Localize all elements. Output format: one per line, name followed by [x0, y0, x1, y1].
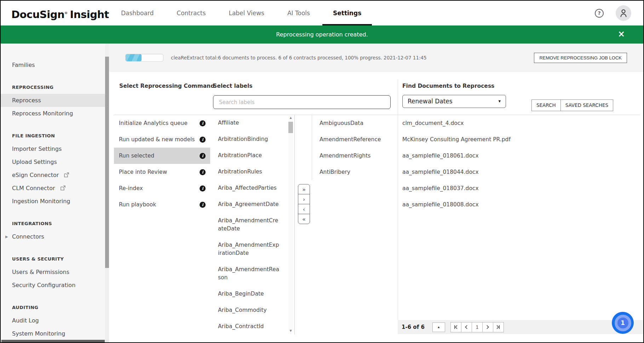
- label-item[interactable]: Ariba_AmendmentCreateDate: [213, 213, 294, 237]
- label-item[interactable]: ArbitrationBinding: [213, 131, 294, 148]
- label-item[interactable]: ArbitrationPlace: [213, 148, 294, 164]
- saved-searches-button[interactable]: SAVED SEARCHES: [560, 100, 613, 111]
- sidebar-item-importer-settings[interactable]: Importer Settings: [1, 142, 109, 155]
- sidebar-item-system-monitoring[interactable]: System Monitoring: [1, 327, 109, 340]
- info-icon[interactable]: i: [200, 185, 206, 191]
- avatar[interactable]: [616, 5, 631, 21]
- selected-label-item[interactable]: AmendmentRights: [312, 148, 398, 164]
- command-item-run-selected[interactable]: Run selected i: [114, 148, 210, 164]
- documents-panel-title: Find Documents to Reprocess: [402, 83, 494, 89]
- expand-caret-icon[interactable]: ▶: [5, 230, 8, 243]
- logo-product: Insight: [70, 8, 109, 21]
- labels-list-scrollbar-thumb[interactable]: [288, 122, 293, 133]
- info-icon[interactable]: i: [200, 153, 206, 159]
- tab-contracts[interactable]: Contracts: [166, 1, 216, 25]
- label-item[interactable]: Ariba_AgreementDate: [213, 196, 294, 213]
- tab-settings[interactable]: Settings: [322, 1, 372, 25]
- sidebar-item-ingestion-monitoring[interactable]: Ingestion Monitoring: [1, 195, 109, 208]
- search-labels-input[interactable]: [213, 95, 391, 109]
- current-page-indicator[interactable]: 1: [472, 322, 483, 332]
- job-progress-fill: [126, 54, 142, 61]
- move-right-button[interactable]: ›: [298, 194, 310, 204]
- available-labels-list: Affiliate ArbitrationBinding Arbitration…: [213, 115, 295, 335]
- document-item[interactable]: aa_samplefile_018061.docx: [398, 148, 596, 164]
- sidebar-item-label: CLM Connector: [12, 185, 55, 191]
- sidebar-item-security-configuration[interactable]: Security Configuration: [1, 279, 109, 292]
- search-button[interactable]: SEARCH: [532, 100, 560, 111]
- command-label: Re-index: [119, 185, 143, 191]
- banner-message: Reprocessing operation created.: [1, 25, 643, 44]
- document-item[interactable]: aa_samplefile_018044.docx: [398, 164, 596, 180]
- document-item[interactable]: aa_samplefile_018008.docx: [398, 196, 596, 213]
- label-item[interactable]: Affiliate: [213, 115, 294, 131]
- command-item-place-into-review[interactable]: Place into Review i: [114, 164, 210, 180]
- label-item[interactable]: Ariba_AffectedParties: [213, 180, 294, 196]
- label-item[interactable]: ArbitrationRules: [213, 164, 294, 180]
- tab-dashboard[interactable]: Dashboard: [110, 1, 164, 25]
- last-page-button[interactable]: [493, 322, 504, 332]
- saved-search-value: Renewal Dates: [408, 98, 453, 105]
- document-item[interactable]: McKinsey Consulting Agreement PR.pdf: [398, 131, 596, 148]
- info-icon[interactable]: i: [200, 137, 206, 143]
- selected-label-item[interactable]: AmendmentReference: [312, 131, 398, 148]
- label-item[interactable]: Ariba_AmendmentReason: [213, 262, 294, 286]
- selected-label-item[interactable]: AmbiguousData: [312, 115, 398, 131]
- sidebar-horizontal-scrollbar-thumb[interactable]: [1, 340, 105, 343]
- command-label: Run playbook: [119, 201, 156, 208]
- label-item[interactable]: Ariba_Commodity: [213, 302, 294, 319]
- info-icon[interactable]: i: [200, 120, 206, 126]
- job-status-text: cleaReExtract total:6 documents to proce…: [171, 44, 427, 72]
- scroll-up-icon[interactable]: ▲: [288, 115, 293, 121]
- move-all-right-button[interactable]: »: [298, 184, 310, 194]
- sidebar-item-upload-settings[interactable]: Upload Settings: [1, 155, 109, 168]
- info-icon[interactable]: i: [200, 202, 206, 208]
- document-item[interactable]: clm_document_4.docx: [398, 115, 596, 131]
- commands-panel-title: Select Reprocessing Command: [119, 83, 214, 89]
- sidebar-item-esign-connector[interactable]: eSign Connector: [1, 168, 109, 182]
- scroll-down-icon[interactable]: ▼: [288, 328, 293, 334]
- move-all-left-button[interactable]: «: [298, 214, 310, 224]
- label-item[interactable]: Ariba_BeginDate: [213, 286, 294, 302]
- tab-ai-tools[interactable]: AI Tools: [277, 1, 321, 25]
- command-label: Run selected: [119, 153, 154, 159]
- app-logo: DocuSign®Insight: [11, 1, 109, 25]
- top-nav: DocuSign®Insight Dashboard Contracts Lab…: [1, 1, 643, 25]
- sidebar-item-audit-log[interactable]: Audit Log: [1, 314, 109, 327]
- command-item-initialize-analytics-queue[interactable]: Initialize Analytics queue i: [114, 115, 210, 131]
- document-item[interactable]: aa_samplefile_018037.docx: [398, 180, 596, 196]
- label-item[interactable]: Ariba_AmendmentExpirationDate: [213, 237, 294, 262]
- selected-label-item[interactable]: AntiBribery: [312, 164, 398, 180]
- help-icon[interactable]: ?: [595, 9, 604, 18]
- sidebar-item-connectors[interactable]: ▶ Connectors: [1, 230, 109, 243]
- registered-mark: ®: [64, 11, 68, 15]
- next-page-button[interactable]: [482, 322, 493, 332]
- sidebar-item-label: Connectors: [12, 233, 44, 240]
- info-icon[interactable]: i: [200, 169, 206, 175]
- chevron-left-icon: [464, 325, 469, 330]
- sidebar-item-families[interactable]: Families: [1, 58, 109, 72]
- sidebar-header-integrations: INTEGRATIONS: [1, 217, 109, 230]
- selected-labels-list: AmbiguousData AmendmentReference Amendme…: [312, 115, 398, 180]
- close-icon[interactable]: ×: [618, 25, 625, 43]
- label-item[interactable]: Ariba_ContractId: [213, 319, 294, 335]
- tab-label-views[interactable]: Label Views: [218, 1, 275, 25]
- sidebar-item-users-permissions[interactable]: Users & Permissions: [1, 265, 109, 279]
- page-size-dropdown[interactable]: ▲: [432, 322, 445, 332]
- previous-page-button[interactable]: [461, 322, 472, 332]
- app-window: DocuSign®Insight Dashboard Contracts Lab…: [0, 0, 644, 343]
- sidebar-item-clm-connector[interactable]: CLM Connector: [1, 182, 109, 195]
- sidebar-vertical-scrollbar-thumb[interactable]: [105, 57, 109, 268]
- command-item-re-index[interactable]: Re-index i: [114, 180, 210, 196]
- command-item-run-playbook[interactable]: Run playbook i: [114, 196, 210, 213]
- command-item-run-updated-new-models[interactable]: Run updated & new models i: [114, 131, 210, 148]
- sidebar-item-reprocess[interactable]: Reprocess: [1, 94, 109, 107]
- tour-step-badge[interactable]: 1: [612, 312, 634, 334]
- primary-nav: Dashboard Contracts Label Views AI Tools…: [110, 1, 372, 25]
- sidebar-item-reprocess-monitoring[interactable]: Reprocess Monitoring: [1, 107, 109, 120]
- first-page-button[interactable]: [450, 322, 461, 332]
- command-list: Initialize Analytics queue i Run updated…: [114, 115, 210, 213]
- saved-search-dropdown[interactable]: Renewal Dates ▾: [402, 95, 506, 108]
- move-left-button[interactable]: ‹: [298, 204, 310, 214]
- sidebar-item-label: eSign Connector: [12, 172, 59, 178]
- remove-reprocessing-job-lock-button[interactable]: REMOVE REPROCESSING JOB LOCK: [534, 53, 627, 63]
